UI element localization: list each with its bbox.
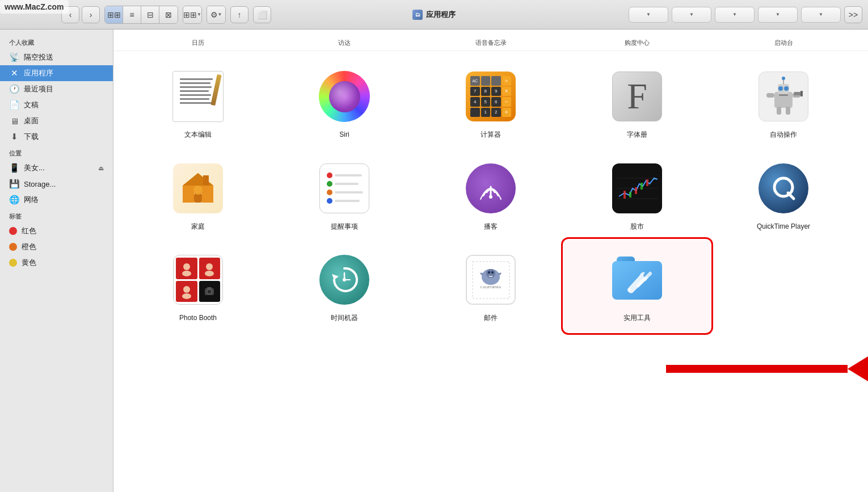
top-app-calendar[interactable]: 日历 (147, 39, 249, 51)
app-home[interactable]: 家庭 (125, 149, 271, 241)
app-podcasts[interactable]: 播客 (418, 149, 564, 241)
app-photobooth[interactable]: Photo Booth (125, 240, 271, 332)
top-app-finder[interactable]: 访达 (293, 39, 395, 51)
sidebar-item-storage[interactable]: 💾 Storage... (0, 176, 113, 192)
svg-rect-16 (194, 194, 202, 203)
content-area: 日历 访达 语音备忘录 购度中心 启动台 (113, 30, 868, 492)
sidebar-item-meinu[interactable]: 📱 美女... ⏏ (0, 160, 113, 176)
photobooth-icon-wrapper (170, 251, 226, 308)
sidebar-item-applications[interactable]: ✕ 应用程序 (0, 65, 113, 81)
timemachine-icon (319, 255, 369, 305)
filter-dropdown-1[interactable]: ▼ (629, 7, 668, 23)
sidebar-item-orange[interactable]: 橙色 (0, 239, 113, 255)
timemachine-label: 时间机器 (331, 314, 358, 323)
app-siri[interactable]: Siri (271, 57, 418, 149)
utilities-icon (612, 256, 662, 303)
desktop-label: 桌面 (24, 116, 39, 126)
sidebar-item-desktop[interactable]: 🖥 桌面 (0, 113, 113, 129)
quicktime-icon-wrapper (755, 160, 812, 217)
svg-point-17 (193, 186, 203, 195)
calculator-label: 计算器 (481, 131, 501, 140)
app-textedit[interactable]: 文本编辑 (125, 57, 271, 149)
sidebar-item-recents[interactable]: 🕐 最近项目 (0, 81, 113, 97)
applications-icon: ✕ (9, 68, 19, 78)
fontbook-label: 字体册 (627, 131, 647, 140)
filter-dropdown-2[interactable]: ▼ (672, 7, 711, 23)
app-calculator[interactable]: AC ÷ 7 8 9 × 4 5 6 − 1 2 (418, 57, 564, 149)
downloads-icon: ⬇ (9, 132, 19, 142)
yellow-tag-label: 黄色 (22, 258, 36, 268)
podcasts-label: 播客 (484, 222, 498, 232)
app-automator[interactable]: 自动操作 (710, 57, 857, 149)
home-icon-wrapper (170, 160, 226, 217)
svg-rect-38 (207, 287, 212, 289)
automator-icon (759, 72, 808, 121)
applications-label: 应用程序 (24, 68, 53, 78)
svg-point-47 (491, 271, 494, 274)
calculator-icon-wrapper: AC ÷ 7 8 9 × 4 5 6 − 1 2 (462, 68, 519, 125)
svg-point-32 (205, 271, 214, 276)
stocks-label: 股市 (630, 222, 644, 232)
airdrop-label: 隔空投送 (24, 52, 53, 62)
sidebar-item-documents[interactable]: 📄 文稿 (0, 97, 113, 113)
reminders-icon-wrapper (316, 160, 373, 217)
svg-point-30 (182, 271, 191, 276)
filter-dropdown-5[interactable]: ▼ (801, 7, 841, 23)
svg-rect-10 (786, 107, 790, 115)
app-stocks[interactable]: 股市 (564, 149, 710, 241)
filter-dropdown-3[interactable]: ▼ (715, 7, 755, 23)
calculator-icon: AC ÷ 7 8 9 × 4 5 6 − 1 2 (466, 72, 516, 121)
app-quicktime[interactable]: QuickTime Player (710, 149, 857, 241)
utilities-icon-wrapper (609, 251, 665, 308)
sidebar-item-airdrop[interactable]: 📡 隔空投送 (0, 49, 113, 65)
svg-point-34 (182, 293, 191, 299)
home-label: 家庭 (191, 222, 205, 232)
view-list-button[interactable]: ≡ (123, 6, 141, 23)
sidebar-item-red[interactable]: 红色 (0, 223, 113, 239)
gear-button[interactable]: ⚙ ▼ (207, 6, 225, 23)
app-utilities[interactable]: 实用工具 (564, 240, 710, 332)
documents-icon: 📄 (9, 100, 19, 110)
view-gallery-button[interactable]: ⊠ (159, 6, 178, 23)
svg-rect-22 (623, 191, 626, 199)
red-arrow-container (666, 356, 868, 381)
eject-icon[interactable]: ⏏ (98, 165, 104, 172)
textedit-icon (172, 71, 224, 122)
more-button[interactable]: >> (844, 6, 862, 23)
mail-icon: CALIFORNIA (466, 255, 516, 305)
svg-point-12 (782, 77, 785, 80)
app-mail[interactable]: CALIFORNIA 邮件 (418, 240, 564, 332)
home-icon (173, 163, 223, 213)
arrow-shaft (666, 365, 848, 373)
view-icon-button[interactable]: ⊞⊞ (105, 6, 123, 23)
mail-label: 邮件 (484, 314, 498, 323)
filter-dropdown-4[interactable]: ▼ (758, 7, 798, 23)
sidebar-item-downloads[interactable]: ⬇ 下载 (0, 129, 113, 145)
svg-point-3 (784, 86, 789, 91)
storage-icon: 💾 (9, 179, 19, 189)
watermark: www.MacZ.com (0, 0, 69, 14)
top-app-appstore[interactable]: 购度中心 (586, 39, 688, 51)
locations-label: 位置 (0, 145, 113, 160)
sidebar-item-network[interactable]: 🌐 网络 (0, 192, 113, 208)
automator-icon-wrapper (755, 68, 812, 125)
forward-button[interactable]: › (82, 6, 100, 23)
tag-button[interactable]: ⬜ (253, 6, 271, 23)
share-button[interactable]: ↑ (230, 6, 248, 23)
arrange-button[interactable]: ⊞⊞ ▼ (183, 6, 201, 23)
svg-marker-39 (332, 274, 339, 280)
podcasts-icon-wrapper (462, 160, 519, 217)
top-label-launchpad: 启动台 (774, 39, 793, 51)
toolbar: www.MacZ.com ‹ › ⊞⊞ ≡ ⊟ ⊠ ⊞⊞ ▼ ⚙ ▼ ↑ ⬜ 🗂… (0, 0, 868, 30)
sidebar: 个人收藏 📡 隔空投送 ✕ 应用程序 🕐 最近项目 📄 文稿 🖥 桌面 ⬇ 下载… (0, 30, 113, 492)
app-fontbook[interactable]: F 字体册 (564, 57, 710, 149)
view-columns-button[interactable]: ⊟ (141, 6, 159, 23)
siri-icon-wrapper (316, 68, 373, 125)
network-icon: 🌐 (9, 195, 19, 205)
app-reminders[interactable]: 提醒事项 (271, 149, 418, 241)
yellow-tag-dot (9, 259, 17, 267)
app-timemachine[interactable]: 时间机器 (271, 240, 418, 332)
top-app-voice[interactable]: 语音备忘录 (440, 39, 542, 51)
sidebar-item-yellow[interactable]: 黄色 (0, 255, 113, 271)
top-app-launchpad[interactable]: 启动台 (732, 39, 835, 51)
